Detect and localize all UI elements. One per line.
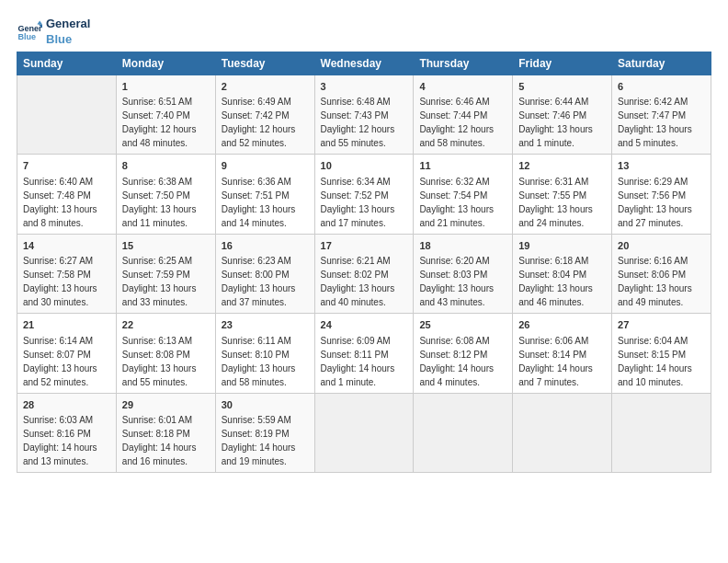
- calendar-cell: 27Sunrise: 6:04 AMSunset: 8:15 PMDayligh…: [612, 314, 711, 394]
- day-info: Sunrise: 6:16 AM: [618, 254, 705, 268]
- day-info: and 43 minutes.: [419, 295, 506, 309]
- day-number: 28: [23, 397, 110, 413]
- day-number: 11: [419, 158, 506, 174]
- day-info: Sunset: 7:59 PM: [122, 268, 210, 282]
- day-info: Sunrise: 6:13 AM: [122, 334, 210, 348]
- day-info: Sunrise: 6:20 AM: [419, 254, 506, 268]
- day-info: Sunrise: 6:09 AM: [321, 334, 408, 348]
- calendar-cell: 13Sunrise: 6:29 AMSunset: 7:56 PMDayligh…: [612, 155, 711, 235]
- week-row-2: 7Sunrise: 6:40 AMSunset: 7:48 PMDaylight…: [17, 155, 711, 235]
- day-info: and 17 minutes.: [321, 216, 408, 230]
- logo-text: GeneralBlue: [46, 17, 90, 48]
- day-info: Sunrise: 6:42 AM: [618, 95, 705, 109]
- day-info: Sunset: 8:04 PM: [518, 268, 606, 282]
- svg-text:General: General: [17, 23, 42, 32]
- day-info: Daylight: 14 hours: [419, 362, 506, 375]
- day-info: and 52 minutes.: [23, 375, 110, 389]
- day-info: Daylight: 13 hours: [122, 202, 210, 216]
- calendar-cell: 2Sunrise: 6:49 AMSunset: 7:42 PMDaylight…: [215, 75, 314, 155]
- day-info: Daylight: 13 hours: [122, 362, 210, 375]
- calendar-cell: 7Sunrise: 6:40 AMSunset: 7:48 PMDaylight…: [17, 155, 117, 235]
- day-info: Daylight: 13 hours: [518, 202, 606, 216]
- day-number: 7: [23, 158, 110, 174]
- day-info: Daylight: 14 hours: [23, 441, 110, 454]
- calendar-cell: 10Sunrise: 6:34 AMSunset: 7:52 PMDayligh…: [314, 155, 414, 235]
- day-info: and 1 minute.: [321, 375, 408, 389]
- day-info: Daylight: 13 hours: [222, 202, 309, 216]
- day-info: and 21 minutes.: [419, 216, 506, 230]
- day-info: Sunrise: 6:14 AM: [23, 334, 110, 348]
- day-info: Sunrise: 6:40 AM: [23, 175, 110, 189]
- day-number: 12: [518, 158, 606, 174]
- day-info: Daylight: 13 hours: [419, 202, 506, 216]
- day-info: Daylight: 13 hours: [618, 122, 705, 136]
- calendar-cell: [513, 393, 612, 473]
- day-info: and 13 minutes.: [23, 454, 110, 468]
- day-info: Daylight: 12 hours: [222, 122, 309, 136]
- day-number: 15: [122, 238, 210, 254]
- calendar-cell: 16Sunrise: 6:23 AMSunset: 8:00 PMDayligh…: [215, 234, 314, 314]
- calendar-cell: 3Sunrise: 6:48 AMSunset: 7:43 PMDaylight…: [314, 75, 414, 155]
- day-info: Sunset: 7:46 PM: [518, 109, 606, 122]
- day-info: Daylight: 13 hours: [23, 362, 110, 375]
- day-info: Sunrise: 6:18 AM: [518, 254, 606, 268]
- day-info: Sunrise: 6:46 AM: [419, 95, 506, 109]
- day-info: Sunrise: 6:27 AM: [23, 254, 110, 268]
- day-info: Daylight: 13 hours: [518, 122, 606, 136]
- day-info: Sunset: 8:11 PM: [321, 348, 408, 362]
- day-info: Daylight: 13 hours: [618, 202, 705, 216]
- day-info: Sunrise: 6:29 AM: [618, 175, 705, 189]
- day-info: Sunset: 7:40 PM: [122, 109, 210, 122]
- day-info: Sunset: 8:18 PM: [122, 427, 210, 441]
- day-number: 14: [23, 238, 110, 254]
- day-info: and 58 minutes.: [419, 136, 506, 150]
- day-info: Daylight: 13 hours: [321, 282, 408, 295]
- calendar-cell: 4Sunrise: 6:46 AMSunset: 7:44 PMDaylight…: [414, 75, 513, 155]
- day-info: Sunset: 7:43 PM: [321, 109, 408, 122]
- calendar-cell: 20Sunrise: 6:16 AMSunset: 8:06 PMDayligh…: [612, 234, 711, 314]
- day-info: Sunset: 7:50 PM: [122, 189, 210, 202]
- day-info: Sunset: 8:00 PM: [222, 268, 309, 282]
- calendar-cell: 21Sunrise: 6:14 AMSunset: 8:07 PMDayligh…: [17, 314, 117, 394]
- calendar-cell: 23Sunrise: 6:11 AMSunset: 8:10 PMDayligh…: [215, 314, 314, 394]
- logo-icon: General Blue: [17, 19, 42, 45]
- day-info: and 1 minute.: [518, 136, 606, 150]
- day-info: and 33 minutes.: [122, 295, 210, 309]
- day-number: 4: [419, 79, 506, 95]
- day-info: Sunset: 8:02 PM: [321, 268, 408, 282]
- day-number: 20: [618, 238, 705, 254]
- weekday-thursday: Thursday: [414, 52, 513, 75]
- day-number: 18: [419, 238, 506, 254]
- day-info: Sunrise: 6:34 AM: [321, 175, 408, 189]
- day-info: Sunrise: 6:01 AM: [122, 413, 210, 427]
- day-info: Sunrise: 6:08 AM: [419, 334, 506, 348]
- day-info: Sunrise: 6:32 AM: [419, 175, 506, 189]
- day-info: and 24 minutes.: [518, 216, 606, 230]
- day-info: Sunset: 7:44 PM: [419, 109, 506, 122]
- day-info: and 58 minutes.: [222, 375, 309, 389]
- day-info: and 52 minutes.: [222, 136, 309, 150]
- day-number: 10: [321, 158, 408, 174]
- day-info: Sunset: 8:16 PM: [23, 427, 110, 441]
- day-number: 5: [518, 79, 606, 95]
- day-number: 29: [122, 397, 210, 413]
- day-info: Sunset: 8:06 PM: [618, 268, 705, 282]
- day-info: Daylight: 14 hours: [122, 441, 210, 454]
- day-number: 21: [23, 317, 110, 333]
- day-number: 9: [222, 158, 309, 174]
- day-info: and 14 minutes.: [222, 216, 309, 230]
- day-info: Sunset: 7:54 PM: [419, 189, 506, 202]
- day-info: and 16 minutes.: [122, 454, 210, 468]
- day-info: Sunset: 8:12 PM: [419, 348, 506, 362]
- day-info: Sunset: 8:19 PM: [222, 427, 309, 441]
- calendar-cell: 25Sunrise: 6:08 AMSunset: 8:12 PMDayligh…: [414, 314, 513, 394]
- day-info: Sunrise: 6:48 AM: [321, 95, 408, 109]
- calendar-cell: 9Sunrise: 6:36 AMSunset: 7:51 PMDaylight…: [215, 155, 314, 235]
- calendar-cell: 8Sunrise: 6:38 AMSunset: 7:50 PMDaylight…: [116, 155, 215, 235]
- day-info: Daylight: 13 hours: [321, 202, 408, 216]
- day-info: Daylight: 14 hours: [222, 441, 309, 454]
- day-number: 1: [122, 79, 210, 95]
- day-info: Sunset: 8:08 PM: [122, 348, 210, 362]
- calendar-table: SundayMondayTuesdayWednesdayThursdayFrid…: [17, 52, 711, 474]
- day-info: Sunrise: 5:59 AM: [222, 413, 309, 427]
